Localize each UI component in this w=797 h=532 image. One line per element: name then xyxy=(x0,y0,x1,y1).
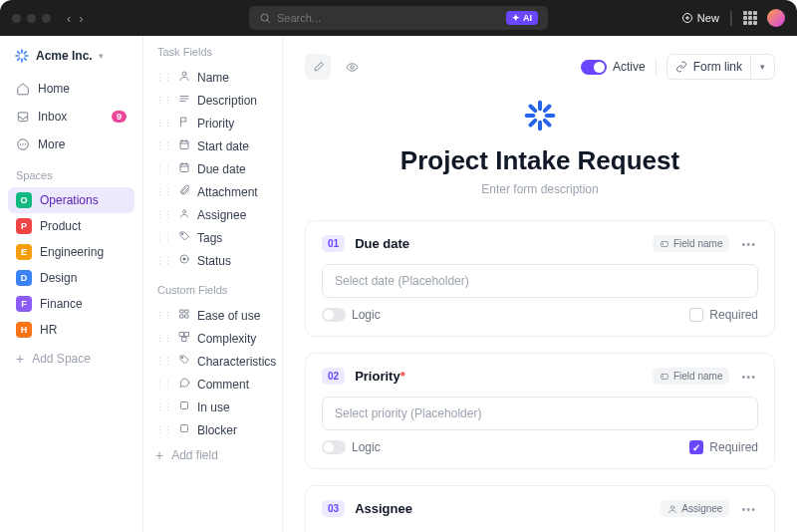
sidebar-space-finance[interactable]: FFinance xyxy=(8,291,134,317)
inbox-icon xyxy=(16,110,30,124)
drag-handle-icon: ⋮⋮ xyxy=(155,402,171,412)
sidebar-space-design[interactable]: DDesign xyxy=(8,265,134,291)
field-assignee[interactable]: ⋮⋮Assignee xyxy=(151,203,274,226)
tag-icon xyxy=(178,230,190,245)
field-ease-of-use[interactable]: ⋮⋮Ease of use xyxy=(151,304,274,327)
svg-line-49 xyxy=(545,121,550,126)
form-title[interactable]: Project Intake Request xyxy=(305,145,775,176)
field-title[interactable]: Assignee xyxy=(355,501,651,516)
nav-label: Home xyxy=(38,82,70,96)
field-attachment[interactable]: ⋮⋮Attachment xyxy=(151,180,274,203)
field-label: In use xyxy=(197,400,230,414)
field-in-use[interactable]: ⋮⋮In use xyxy=(151,396,274,418)
field-title[interactable]: Priority* xyxy=(355,369,643,384)
space-label: Engineering xyxy=(40,245,104,259)
form-link-dropdown[interactable]: ▾ xyxy=(751,54,775,80)
svg-point-16 xyxy=(25,144,26,145)
window-controls[interactable] xyxy=(12,14,51,23)
avatar[interactable] xyxy=(767,9,785,27)
svg-line-10 xyxy=(24,58,26,60)
field-start-date[interactable]: ⋮⋮Start date xyxy=(151,134,274,157)
svg-rect-42 xyxy=(181,425,188,432)
field-status[interactable]: ⋮⋮Status xyxy=(151,249,274,272)
field-more-menu[interactable]: ••• xyxy=(739,371,758,383)
box-icon xyxy=(178,422,190,437)
add-field-button[interactable]: + Add field xyxy=(151,443,274,467)
form-field-card[interactable]: 02Priority*Field name•••Select priority … xyxy=(305,353,775,469)
plus-icon: + xyxy=(155,447,163,463)
logic-toggle[interactable]: Logic xyxy=(322,308,381,322)
drag-handle-icon: ⋮⋮ xyxy=(155,425,171,435)
sidebar-space-product[interactable]: PProduct xyxy=(8,213,134,239)
pencil-icon xyxy=(312,61,325,74)
more-icon xyxy=(16,137,30,151)
new-button[interactable]: New xyxy=(681,12,719,24)
field-name-chip[interactable]: Field name xyxy=(653,235,729,252)
field-placeholder-input[interactable]: Select priority (Placeholder) xyxy=(322,397,758,430)
svg-rect-36 xyxy=(185,315,188,318)
lines-icon xyxy=(178,93,190,108)
field-label: Comment xyxy=(197,378,249,392)
form-link-button[interactable]: Form link xyxy=(666,54,751,80)
field-number-badge: 03 xyxy=(322,500,345,517)
global-search[interactable]: ✦ AI xyxy=(249,6,548,30)
nav-forward-icon[interactable]: › xyxy=(79,11,83,26)
logic-toggle[interactable]: Logic xyxy=(322,440,381,454)
sidebar-space-hr[interactable]: HHR xyxy=(8,317,134,343)
field-placeholder-input[interactable]: Select date (Placeholder) xyxy=(322,264,758,298)
field-more-menu[interactable]: ••• xyxy=(739,503,758,515)
nav-label: Inbox xyxy=(38,110,67,124)
field-name-chip[interactable]: Field name xyxy=(653,368,729,385)
form-field-card[interactable]: 03AssigneeAssignee••• xyxy=(305,485,775,532)
field-more-menu[interactable]: ••• xyxy=(739,238,758,250)
eye-icon xyxy=(346,61,359,74)
preview-mode-button[interactable] xyxy=(339,54,365,80)
field-characteristics[interactable]: ⋮⋮Characteristics xyxy=(151,350,274,373)
space-label: Product xyxy=(40,219,81,233)
form-field-card[interactable]: 01Due dateField name•••Select date (Plac… xyxy=(305,220,775,337)
field-tags[interactable]: ⋮⋮Tags xyxy=(151,226,274,249)
add-space-button[interactable]: + Add Space xyxy=(8,345,134,373)
boxes-icon xyxy=(178,331,190,346)
active-label: Active xyxy=(613,60,646,74)
box-icon xyxy=(178,399,190,414)
field-name-chip[interactable]: Assignee xyxy=(661,500,729,517)
sidebar-space-engineering[interactable]: EEngineering xyxy=(8,239,134,265)
required-checkbox[interactable]: Required xyxy=(689,440,758,454)
required-checkbox[interactable]: Required xyxy=(689,308,758,322)
nav-inbox[interactable]: Inbox 9 xyxy=(8,104,134,130)
field-complexity[interactable]: ⋮⋮Complexity xyxy=(151,327,274,350)
form-logo xyxy=(305,100,775,132)
drag-handle-icon: ⋮⋮ xyxy=(155,311,171,321)
field-description[interactable]: ⋮⋮Description xyxy=(151,89,274,112)
form-subtitle[interactable]: Enter form description xyxy=(305,182,775,196)
flag-icon xyxy=(178,116,190,131)
sidebar-space-operations[interactable]: OOperations xyxy=(8,187,134,213)
nav-more[interactable]: More xyxy=(8,132,134,157)
field-priority[interactable]: ⋮⋮Priority xyxy=(151,112,274,134)
field-name[interactable]: ⋮⋮Name xyxy=(151,66,274,89)
nav-back-icon[interactable]: ‹ xyxy=(67,11,71,26)
field-blocker[interactable]: ⋮⋮Blocker xyxy=(151,418,274,441)
apps-icon[interactable] xyxy=(743,11,757,25)
edit-mode-button[interactable] xyxy=(305,54,331,80)
svg-point-29 xyxy=(183,210,186,213)
nav-home[interactable]: Home xyxy=(8,76,134,102)
plus-icon: + xyxy=(16,351,24,367)
active-toggle[interactable]: Active xyxy=(581,60,646,75)
divider xyxy=(656,58,657,76)
tag-icon xyxy=(178,354,190,369)
svg-line-9 xyxy=(18,52,20,54)
field-title[interactable]: Due date xyxy=(355,236,643,251)
search-input[interactable] xyxy=(277,12,500,24)
svg-rect-41 xyxy=(181,402,188,409)
field-comment[interactable]: ⋮⋮Comment xyxy=(151,373,274,396)
space-label: HR xyxy=(40,323,57,337)
field-label: Priority xyxy=(197,117,234,131)
workspace-switcher[interactable]: Acme Inc. ▾ xyxy=(8,44,134,68)
field-due-date[interactable]: ⋮⋮Due date xyxy=(151,157,274,180)
field-number-badge: 01 xyxy=(322,235,345,252)
field-label: Complexity xyxy=(197,332,256,346)
space-label: Design xyxy=(40,271,77,285)
ai-badge[interactable]: ✦ AI xyxy=(506,11,538,25)
